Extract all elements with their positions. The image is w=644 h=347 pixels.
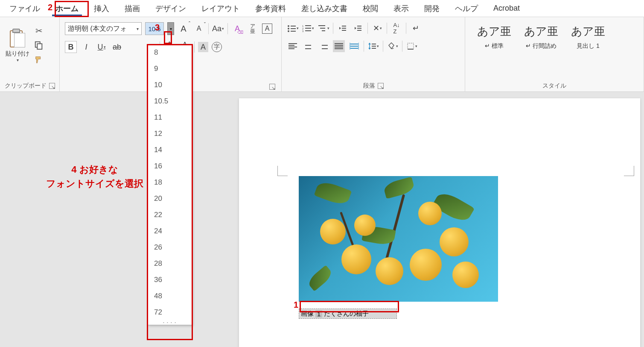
copy-icon[interactable] xyxy=(33,40,44,51)
sort-icon[interactable]: A↓Z xyxy=(390,22,402,34)
numbering-button[interactable]: 123▾ xyxy=(302,22,314,34)
tab-references[interactable]: 参考資料 xyxy=(248,0,294,17)
size-option[interactable]: 11 xyxy=(148,109,192,126)
decrease-indent-icon[interactable] xyxy=(337,22,349,34)
font-size-dropdown-button[interactable]: ▾ xyxy=(167,22,174,35)
tab-design[interactable]: デザイン xyxy=(148,0,194,17)
phonetic-guide-icon[interactable]: ア亜 xyxy=(247,23,259,35)
size-option[interactable]: 10.5 xyxy=(148,93,192,109)
size-option[interactable]: 9 xyxy=(148,61,192,77)
size-option[interactable]: 12 xyxy=(148,126,192,142)
tab-insert[interactable]: 挿入 xyxy=(86,0,117,17)
size-option[interactable]: 28 xyxy=(148,256,192,272)
svg-rect-16 xyxy=(322,30,325,31)
align-center-icon[interactable] xyxy=(302,40,314,52)
group-paragraph: ▾ 123▾ ▾ ✕▾ A↓Z ↵ ▾ xyxy=(282,17,465,91)
svg-rect-22 xyxy=(357,30,361,31)
style-normal[interactable]: あア亜 ↵ 標準 xyxy=(477,24,511,50)
separator xyxy=(406,23,406,34)
tab-home[interactable]: ホーム xyxy=(48,0,86,17)
size-option[interactable]: 16 xyxy=(148,158,192,174)
shrink-font-icon[interactable]: A xyxy=(193,23,205,35)
asian-layout-button[interactable]: ✕▾ xyxy=(371,22,383,34)
change-case-button[interactable]: Aa▾ xyxy=(212,23,224,35)
align-justify-icon[interactable] xyxy=(333,40,345,52)
svg-rect-20 xyxy=(357,26,361,26)
line-spacing-button[interactable]: ▾ xyxy=(367,40,379,52)
style-name: ↵ 行間詰め xyxy=(524,42,558,50)
strikethrough-button[interactable]: ab xyxy=(111,41,123,53)
clear-formatting-icon[interactable]: A⌫ xyxy=(231,23,243,35)
dropdown-resize-handle[interactable]: • • • • xyxy=(148,321,192,325)
paste-button[interactable]: 貼り付け ▾ xyxy=(3,20,32,71)
svg-point-6 xyxy=(288,30,289,32)
align-left-icon[interactable] xyxy=(287,40,299,52)
size-option[interactable]: 72 xyxy=(148,304,192,321)
align-right-icon[interactable] xyxy=(318,40,329,52)
borders-button[interactable]: ▾ xyxy=(406,40,418,52)
italic-button[interactable]: I xyxy=(80,41,92,53)
size-option[interactable]: 20 xyxy=(148,191,192,207)
format-painter-icon[interactable] xyxy=(33,54,44,65)
margin-corner-icon xyxy=(277,166,288,176)
size-option[interactable]: 18 xyxy=(148,174,192,191)
shading-button[interactable]: ▾ xyxy=(387,40,399,52)
font-launcher-icon[interactable] xyxy=(269,84,275,90)
clipboard-launcher-icon[interactable] xyxy=(49,83,55,89)
size-option[interactable]: 8 xyxy=(148,44,192,61)
character-border-icon[interactable]: A xyxy=(262,24,272,34)
size-option[interactable]: 26 xyxy=(148,239,192,256)
caption-number: 1 xyxy=(315,310,322,318)
tab-mailings[interactable]: 差し込み文書 xyxy=(294,0,355,17)
svg-rect-1 xyxy=(37,44,42,49)
annotation-1: 1 xyxy=(294,300,298,310)
show-marks-icon[interactable]: ↵ xyxy=(410,22,422,34)
multilevel-list-button[interactable]: ▾ xyxy=(318,22,329,34)
paragraph-launcher-icon[interactable] xyxy=(378,83,384,89)
style-no-spacing[interactable]: あア亜 ↵ 行間詰め xyxy=(524,24,558,50)
svg-rect-7 xyxy=(291,31,296,32)
inserted-image[interactable] xyxy=(299,176,498,302)
size-option[interactable]: 48 xyxy=(148,288,192,304)
underline-button[interactable]: U▾ xyxy=(96,41,108,53)
image-caption[interactable]: 画像 1 たくさんの柚子 xyxy=(299,309,397,319)
annotation-4: 4 お好きなフォントサイズを選択 xyxy=(46,162,143,191)
tab-draw[interactable]: 描画 xyxy=(117,0,148,17)
cut-icon[interactable]: ✂ xyxy=(33,25,44,36)
separator xyxy=(364,41,364,52)
tab-developer[interactable]: 開発 xyxy=(417,0,447,17)
tab-acrobat[interactable]: Acrobat xyxy=(486,0,527,16)
enclose-characters-icon[interactable]: 字 xyxy=(212,42,222,52)
style-heading1[interactable]: あア亜 見出し 1 xyxy=(571,24,605,50)
style-sample: あア亜 xyxy=(477,24,511,39)
tab-layout[interactable]: レイアウト xyxy=(194,0,248,17)
character-shading-icon[interactable]: A xyxy=(198,42,208,52)
tab-file[interactable]: ファイル xyxy=(2,0,48,17)
size-option[interactable]: 36 xyxy=(148,272,192,288)
tab-help[interactable]: ヘルプ xyxy=(447,0,486,17)
svg-rect-15 xyxy=(320,28,325,29)
size-option[interactable]: 22 xyxy=(148,207,192,223)
margin-corner-icon xyxy=(624,166,634,176)
group-clipboard: 貼り付け ▾ ✂ クリップボード xyxy=(0,17,60,91)
font-size-dropdown[interactable]: 8 9 10 10.5 11 12 14 16 18 20 22 24 26 2… xyxy=(148,44,192,325)
tab-view[interactable]: 表示 xyxy=(386,0,417,17)
chevron-down-icon[interactable]: ▾ xyxy=(137,26,139,31)
tab-review[interactable]: 校閲 xyxy=(355,0,386,17)
svg-rect-11 xyxy=(305,28,311,29)
font-name-value: 游明朝 (本文のフォ xyxy=(68,24,127,33)
caption-text: たくさんの柚子 xyxy=(322,310,370,318)
size-option[interactable]: 14 xyxy=(148,142,192,158)
grow-font-icon[interactable]: A xyxy=(178,23,189,35)
font-name-combo[interactable]: 游明朝 (本文のフォ ▾ xyxy=(65,22,142,35)
ribbon-tabs: ファイル ホーム 挿入 描画 デザイン レイアウト 参考資料 差し込み文書 校閲… xyxy=(0,0,644,17)
distributed-icon[interactable] xyxy=(348,40,360,52)
increase-indent-icon[interactable] xyxy=(352,22,364,34)
paragraph-group-label: 段落 xyxy=(363,82,375,90)
size-option[interactable]: 24 xyxy=(148,223,192,239)
font-size-field[interactable]: 10.5 xyxy=(145,22,164,35)
size-option[interactable]: 10 xyxy=(148,77,192,93)
bullets-button[interactable]: ▾ xyxy=(287,22,299,34)
bold-button[interactable]: B xyxy=(65,41,77,53)
paste-dropdown-icon[interactable]: ▾ xyxy=(17,58,19,62)
